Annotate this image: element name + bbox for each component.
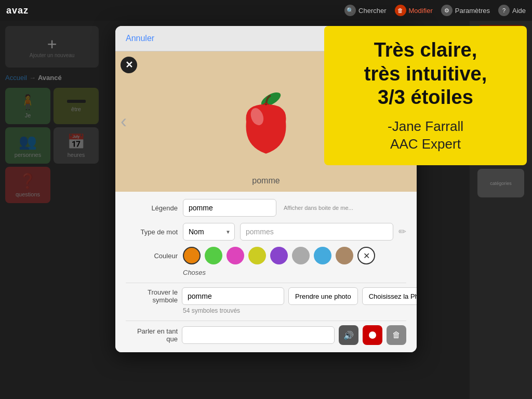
brand-logo: avaz xyxy=(6,5,29,16)
afficher-hint: Afficher dans boite de me... xyxy=(284,205,353,211)
help-icon: ? xyxy=(498,5,510,16)
color-green[interactable] xyxy=(205,247,222,264)
top-bar: avaz 🔍 Chercher 🗑 Modifier ⚙ Paramètres … xyxy=(0,0,532,21)
record-button[interactable] xyxy=(363,325,382,345)
color-yellow[interactable] xyxy=(248,247,266,264)
parametres-btn[interactable]: ⚙ Paramètres xyxy=(441,5,490,16)
color-blue[interactable] xyxy=(314,247,331,264)
form-area: Légende Afficher dans boite de me... Typ… xyxy=(115,192,417,352)
trouver-symbole-row: Trouver lesymbole Prendre une photo Choi… xyxy=(126,287,406,305)
quote-text: Très claire,très intuitive,3/3 étoiles xyxy=(339,38,512,110)
attribution-text: -Jane FarrallAAC Expert xyxy=(339,118,512,153)
apple-image xyxy=(217,72,315,171)
speaker-button[interactable]: 🔊 xyxy=(339,325,358,345)
record-icon xyxy=(369,331,376,339)
type-mot-row: Type de mot Nom Verbe Adjectif ▼ ✏ xyxy=(126,223,406,241)
type-mot-select[interactable]: Nom Verbe Adjectif xyxy=(183,223,235,241)
type-mot-label: Type de mot xyxy=(126,228,178,236)
type-mot-select-wrapper: Nom Verbe Adjectif ▼ xyxy=(183,223,235,241)
pencil-icon[interactable]: ✏ xyxy=(398,226,406,237)
choisissez-photo-button[interactable]: Choisissez la Photo xyxy=(362,287,417,305)
close-image-button[interactable]: ✕ xyxy=(121,57,137,73)
couleur-name-row: Choses xyxy=(126,269,406,276)
trash-audio-icon: 🗑 xyxy=(392,330,401,340)
color-pink[interactable] xyxy=(227,247,244,264)
image-caption-label: pomme xyxy=(252,176,280,185)
annuler-button[interactable]: Annuler xyxy=(126,34,154,43)
word-type-input[interactable] xyxy=(240,223,393,241)
legende-label: Légende xyxy=(126,204,178,212)
prendre-photo-button[interactable]: Prendre une photo xyxy=(288,287,358,305)
color-none[interactable]: ✕ xyxy=(357,247,375,264)
speaker-icon: 🔊 xyxy=(343,330,354,340)
couleur-label: Couleur xyxy=(126,252,178,260)
delete-audio-button[interactable]: 🗑 xyxy=(387,325,406,345)
symboles-count: 54 symboles trouvés xyxy=(126,307,406,314)
symbole-input[interactable] xyxy=(182,287,284,305)
modifier-btn[interactable]: 🗑 Modifier xyxy=(395,5,433,16)
trouver-label: Trouver lesymbole xyxy=(126,288,178,304)
trash-icon: 🗑 xyxy=(395,5,406,16)
color-picker: ✕ xyxy=(183,247,375,264)
parler-row: Parler en tant que 🔊 🗑 xyxy=(126,325,406,345)
legende-row: Légende Afficher dans boite de me... xyxy=(126,199,406,217)
parler-input-field[interactable] xyxy=(182,326,335,344)
parler-label: Parler en tant que xyxy=(126,327,178,343)
legende-input[interactable] xyxy=(183,199,276,217)
search-icon: 🔍 xyxy=(344,5,356,16)
couleur-selected-name: Choses xyxy=(183,269,206,276)
color-brown[interactable] xyxy=(336,247,353,264)
prev-arrow-button[interactable]: ‹ xyxy=(121,111,127,132)
yellow-overlay: Très claire,très intuitive,3/3 étoiles -… xyxy=(324,26,527,165)
gear-icon: ⚙ xyxy=(441,5,453,16)
divider xyxy=(126,283,406,283)
color-purple[interactable] xyxy=(270,247,288,264)
color-gray[interactable] xyxy=(292,247,310,264)
divider2 xyxy=(126,321,406,321)
color-orange[interactable] xyxy=(183,247,201,264)
chercher-btn[interactable]: 🔍 Chercher xyxy=(344,5,386,16)
aide-btn[interactable]: ? Aide xyxy=(498,5,526,16)
couleur-row: Couleur ✕ xyxy=(126,247,406,264)
